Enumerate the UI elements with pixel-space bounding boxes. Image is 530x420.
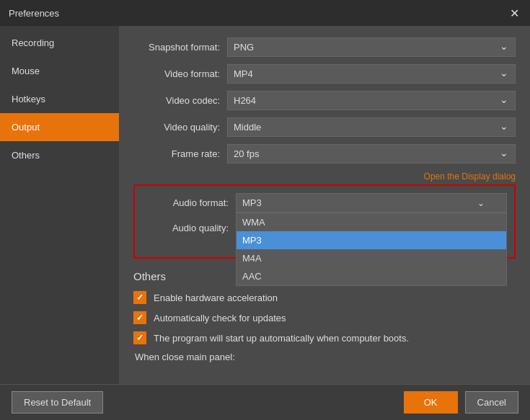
video-quality-select[interactable]: Low Middle High — [227, 117, 516, 137]
main-content: Snapshot format: PNG JPG BMP Video forma… — [119, 26, 530, 384]
video-format-select-wrapper: MP4 AVI MOV — [227, 64, 516, 84]
snapshot-format-row: Snapshot format: PNG JPG BMP — [133, 37, 516, 57]
video-quality-select-wrapper: Low Middle High — [227, 117, 516, 137]
video-quality-row: Video quality: Low Middle High — [133, 117, 516, 137]
video-quality-label: Video quality: — [133, 122, 227, 133]
sidebar-item-mouse[interactable]: Mouse — [0, 57, 119, 85]
video-codec-select-wrapper: H264 H265 — [227, 91, 516, 110]
audio-format-dropdown-list: WMA MP3 M4A AAC — [236, 213, 507, 286]
checkmark-icon: ✓ — [136, 292, 143, 303]
audio-format-value: MP3 — [242, 197, 262, 208]
reset-to-default-button[interactable]: Reset to Default — [12, 391, 103, 414]
hardware-acceleration-label: Enable hardware acceleration — [154, 292, 278, 303]
auto-start-label: The program will start up automatically … — [154, 333, 409, 344]
audio-format-display[interactable]: MP3 ⌄ — [236, 193, 507, 213]
audio-format-dropdown[interactable]: MP3 ⌄ WMA MP3 M4A AAC — [236, 193, 507, 213]
video-codec-select[interactable]: H264 H265 — [227, 91, 516, 110]
auto-check-updates-label: Automatically check for updates — [154, 313, 286, 323]
snapshot-format-select[interactable]: PNG JPG BMP — [227, 37, 516, 57]
video-format-select[interactable]: MP4 AVI MOV — [227, 64, 516, 84]
auto-check-updates-checkbox[interactable]: ✓ — [133, 311, 146, 324]
audio-quality-label: Audio quality: — [142, 223, 236, 233]
snapshot-format-select-wrapper: PNG JPG BMP — [227, 37, 516, 57]
audio-option-m4a[interactable]: M4A — [237, 249, 506, 267]
frame-rate-select[interactable]: 10 fps 15 fps 20 fps 30 fps 60 fps — [227, 144, 516, 164]
hardware-acceleration-checkbox[interactable]: ✓ — [133, 291, 146, 304]
when-close-label: When close main panel: — [135, 352, 235, 362]
sidebar: Recording Mouse Hotkeys Output Others — [0, 26, 119, 384]
chevron-down-icon: ⌄ — [477, 198, 485, 208]
video-format-label: Video format: — [133, 68, 227, 79]
when-close-row: When close main panel: — [133, 352, 516, 362]
snapshot-format-label: Snapshot format: — [133, 42, 227, 53]
footer-right-buttons: OK Cancel — [404, 391, 518, 414]
auto-start-row: ✓ The program will start up automaticall… — [133, 331, 516, 344]
auto-check-updates-row: ✓ Automatically check for updates — [133, 311, 516, 324]
audio-format-row: Audio format: MP3 ⌄ WMA MP3 M4A AAC — [142, 193, 507, 213]
video-codec-row: Video codec: H264 H265 — [133, 91, 516, 110]
auto-start-checkbox[interactable]: ✓ — [133, 331, 146, 344]
cancel-button[interactable]: Cancel — [465, 391, 518, 414]
audio-option-aac[interactable]: AAC — [237, 267, 506, 285]
frame-rate-row: Frame rate: 10 fps 15 fps 20 fps 30 fps … — [133, 144, 516, 164]
sidebar-item-recording[interactable]: Recording — [0, 29, 119, 57]
dialog-title: Preferences — [9, 8, 59, 19]
sidebar-item-output[interactable]: Output — [0, 113, 119, 141]
video-codec-label: Video codec: — [133, 95, 227, 106]
hardware-acceleration-row: ✓ Enable hardware acceleration — [133, 291, 516, 304]
open-display-dialog-link[interactable]: Open the Display dialog — [424, 171, 516, 182]
video-format-row: Video format: MP4 AVI MOV — [133, 64, 516, 84]
content-area: Recording Mouse Hotkeys Output Others Sn… — [0, 26, 530, 384]
close-button[interactable]: ✕ — [507, 6, 521, 20]
audio-section: Audio format: MP3 ⌄ WMA MP3 M4A AAC — [133, 184, 516, 259]
footer: Reset to Default OK Cancel — [0, 384, 530, 420]
checkmark-icon: ✓ — [136, 333, 143, 343]
sidebar-item-hotkeys[interactable]: Hotkeys — [0, 85, 119, 113]
checkmark-icon: ✓ — [136, 313, 143, 323]
sidebar-item-others[interactable]: Others — [0, 141, 119, 169]
title-bar: Preferences ✕ — [0, 0, 530, 26]
audio-format-label: Audio format: — [142, 197, 236, 208]
ok-button[interactable]: OK — [404, 391, 458, 414]
audio-option-wma[interactable]: WMA — [237, 213, 506, 231]
audio-option-mp3[interactable]: MP3 — [237, 231, 506, 249]
display-dialog-link-row: Open the Display dialog — [133, 171, 516, 182]
frame-rate-label: Frame rate: — [133, 148, 227, 159]
preferences-dialog: Preferences ✕ Recording Mouse Hotkeys Ou… — [0, 0, 530, 420]
frame-rate-select-wrapper: 10 fps 15 fps 20 fps 30 fps 60 fps — [227, 144, 516, 164]
